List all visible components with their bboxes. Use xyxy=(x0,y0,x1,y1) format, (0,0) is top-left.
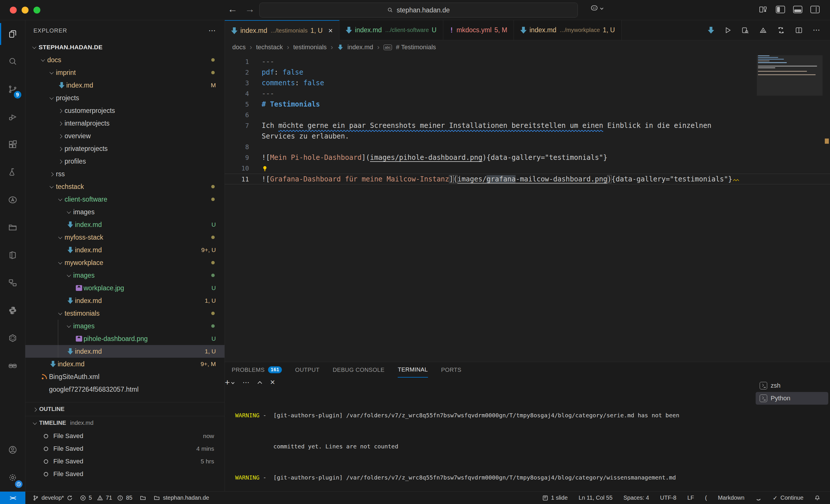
tree-row[interactable]: pihole-dashboard.png U xyxy=(25,332,224,345)
tree-row[interactable]: images xyxy=(25,320,224,332)
continue-working-item[interactable]: ✓ Continue xyxy=(773,495,803,501)
breadcrumb-index-md[interactable]: index.md xyxy=(348,43,373,51)
indentation-item[interactable]: Spaces: 4 xyxy=(624,495,649,501)
toggle-panel-icon[interactable] xyxy=(793,6,802,13)
run-icon[interactable] xyxy=(724,27,731,34)
timeline-section-header[interactable]: TIMELINE index.md xyxy=(25,416,224,430)
explorer-more-actions[interactable]: ⋯ xyxy=(209,26,217,35)
tree-row[interactable]: docs xyxy=(25,54,224,66)
extensions-icon[interactable] xyxy=(0,131,25,158)
close-window-button[interactable] xyxy=(10,7,17,13)
panel-tab[interactable]: PORTS xyxy=(441,362,462,377)
tree-row[interactable]: customerprojects xyxy=(25,104,224,117)
panel-tab[interactable]: OUTPUT xyxy=(295,362,320,377)
breadcrumb-testimonials[interactable]: testimonials xyxy=(293,43,326,51)
lightbulb-icon[interactable] xyxy=(262,165,268,172)
tree-row[interactable]: index.md 9+, U xyxy=(25,244,224,256)
tree-row[interactable]: myfoss-stack xyxy=(25,231,224,244)
code-editor[interactable]: 1--- 2pdf: false 3comments: false 4--- 5… xyxy=(225,54,830,362)
settings-gear-icon[interactable] xyxy=(0,464,25,491)
problems-item[interactable]: 5 71 85 xyxy=(80,495,133,501)
new-terminal-button[interactable]: + xyxy=(225,377,234,388)
tree-row[interactable]: imprint xyxy=(25,66,224,79)
minimap[interactable] xyxy=(758,55,821,93)
timeline-entry[interactable]: File Saved now xyxy=(25,430,224,442)
faces-icon[interactable] xyxy=(0,352,25,379)
zoom-window-button[interactable] xyxy=(33,7,40,13)
search-icon[interactable] xyxy=(0,48,25,75)
split-editor-icon[interactable] xyxy=(795,27,803,34)
project-folder-icon[interactable] xyxy=(0,214,25,241)
command-center-search[interactable]: stephan.hadan.de xyxy=(259,3,578,18)
timeline-entry[interactable]: File Saved 5 hrs xyxy=(25,455,224,468)
minimize-window-button[interactable] xyxy=(22,7,29,13)
eol-item[interactable]: LF xyxy=(687,495,694,501)
forward-arrow-icon[interactable]: → xyxy=(245,3,255,15)
copilot-menu[interactable] xyxy=(590,5,603,11)
timeline-entry[interactable]: File Saved xyxy=(25,468,224,480)
tree-row[interactable]: index.md 9+, M xyxy=(25,358,224,370)
panel-tab[interactable]: DEBUG CONSOLE xyxy=(333,362,385,377)
source-control-icon[interactable]: 9 xyxy=(0,75,25,103)
tree-row[interactable]: images xyxy=(25,269,224,282)
tab-index-md-client-software[interactable]: index.md .../client-software U xyxy=(340,20,443,40)
live-preview-icon[interactable] xyxy=(0,241,25,269)
git-branch-item[interactable]: develop* xyxy=(33,495,73,501)
terminal-output[interactable]: WARNING - [git-authors-plugin] /var/fold… xyxy=(235,380,749,489)
tree-row[interactable]: myworkplace xyxy=(25,256,224,269)
more-actions-icon[interactable]: ⋯ xyxy=(813,26,820,35)
slides-item[interactable]: 1 slide xyxy=(542,495,568,501)
accounts-icon[interactable] xyxy=(0,436,25,464)
tree-row[interactable]: images xyxy=(25,206,224,218)
python-icon[interactable] xyxy=(0,297,25,324)
tab-mkdocs-yml[interactable]: ! mkdocs.yml 5, M xyxy=(443,20,514,40)
back-arrow-icon[interactable]: ← xyxy=(228,3,237,15)
markdown-run-icon[interactable] xyxy=(708,27,714,34)
toggle-primary-sidebar-icon[interactable] xyxy=(776,6,785,13)
tree-row[interactable]: index.md 1, U xyxy=(25,294,224,307)
tree-row[interactable]: testimonials xyxy=(25,307,224,320)
tree-row[interactable]: index.md U xyxy=(25,218,224,231)
editor-scrollbar[interactable] xyxy=(822,54,830,362)
panel-tab[interactable]: TERMINAL xyxy=(398,362,428,377)
tree-row[interactable]: googlef727264f56832057.html xyxy=(25,383,224,396)
tree-row[interactable]: BingSiteAuth.xml xyxy=(25,370,224,383)
language-paren-icon[interactable]: ( xyxy=(705,495,707,501)
terminal-instance[interactable]: Python xyxy=(756,392,828,405)
notifications-bell-icon[interactable] xyxy=(815,495,820,501)
outline-section-header[interactable]: OUTLINE xyxy=(25,402,224,416)
tree-row[interactable]: STEPHAN.HADAN.DE xyxy=(25,41,224,54)
open-preview-side-icon[interactable] xyxy=(741,27,749,34)
tree-row[interactable]: rss xyxy=(25,168,224,180)
timeline-entry[interactable]: File Saved 4 mins xyxy=(25,442,224,455)
tree-row[interactable]: overview xyxy=(25,130,224,142)
toggle-secondary-sidebar-icon[interactable] xyxy=(810,6,820,13)
minimap-slider[interactable] xyxy=(757,55,823,96)
breadcrumb-techstack[interactable]: techstack xyxy=(256,43,283,51)
tree-row[interactable]: privateprojects xyxy=(25,142,224,155)
language-mode-item[interactable]: Markdown xyxy=(718,495,744,501)
tree-row[interactable]: projects xyxy=(25,92,224,104)
panel-tab[interactable]: PROBLEMS 161 xyxy=(232,362,282,377)
hexagon-icon[interactable] xyxy=(0,324,25,352)
cursor-position-item[interactable]: Ln 11, Col 55 xyxy=(579,495,613,501)
encoding-item[interactable]: UTF-8 xyxy=(660,495,676,501)
close-icon[interactable]: × xyxy=(328,26,332,35)
run-debug-icon[interactable] xyxy=(0,103,25,131)
workspace-folder-button[interactable] xyxy=(140,495,146,501)
tree-row[interactable]: techstack xyxy=(25,180,224,193)
window-controls[interactable] xyxy=(10,7,40,13)
markdown-preview-icon[interactable] xyxy=(759,27,767,34)
tree-row[interactable]: client-software xyxy=(25,193,224,206)
a-circle-icon[interactable] xyxy=(0,186,25,214)
remote-indicator[interactable]: >< xyxy=(0,492,25,504)
terminal-instance[interactable]: zsh xyxy=(756,379,828,392)
testing-icon[interactable] xyxy=(0,158,25,186)
tree-row[interactable]: index.md 1, U xyxy=(25,345,224,358)
tree-row[interactable]: index.md M xyxy=(25,79,224,92)
diagram-icon[interactable] xyxy=(0,269,25,297)
tree-row[interactable]: workplace.jpg U xyxy=(25,282,224,294)
workspace-name-item[interactable]: stephan.hadan.de xyxy=(154,495,209,501)
breadcrumb-heading[interactable]: # Testimonials xyxy=(396,43,436,51)
explorer-icon[interactable] xyxy=(0,20,25,48)
